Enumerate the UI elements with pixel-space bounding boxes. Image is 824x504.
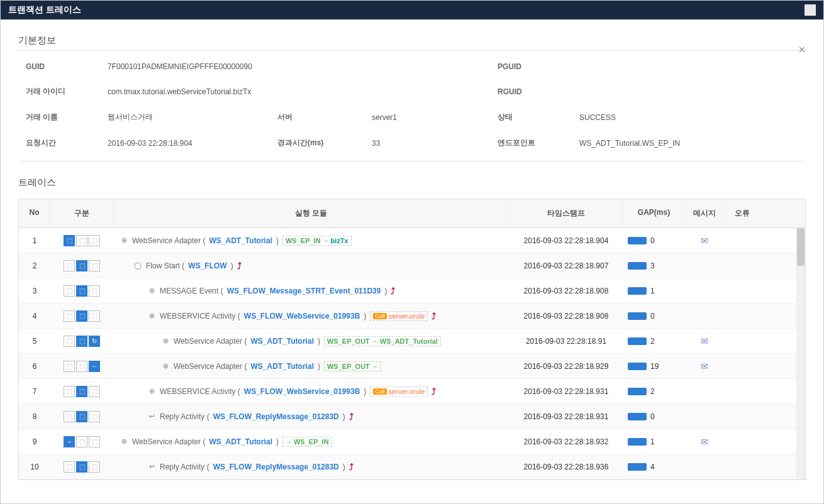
cell-type: →⬚⬚ (50, 430, 113, 454)
module-text: WebService Adapter ( (132, 437, 206, 446)
cell-type: ⬚⬚⬚ (50, 455, 113, 479)
gap-value: 1 (650, 437, 655, 446)
txid-value: com.tmax.tutorial.webServiceTutorial.biz… (108, 87, 498, 96)
cell-err (723, 234, 761, 247)
cell-gap: 2 (623, 331, 686, 352)
module-type-icon: ⊕ (161, 337, 170, 346)
module-link[interactable]: WS_FLOW (188, 261, 226, 270)
module-text: Flow Start ( (146, 261, 184, 270)
cell-timestamp: 2016-09-03 22:28:18.931 (509, 381, 623, 402)
type-icons: ⬚⬚↻ (55, 336, 108, 347)
module-link[interactable]: WS_ADT_Tutorial (209, 437, 272, 446)
table-row[interactable]: 10 ⬚⬚⬚ ↩ Reply Activity ( WS_FLOW_ReplyM… (19, 454, 805, 479)
table-row[interactable]: 7 ⬚⬚⬚ ⊕ WEBSERVICE Activity ( WS_FLOW_We… (19, 379, 805, 404)
cell-err (723, 285, 761, 297)
scrollbar-thumb[interactable] (797, 228, 805, 266)
module-type-icon: ⊕ (161, 362, 170, 371)
cell-msg (686, 310, 723, 322)
message-icon[interactable]: ✉ (701, 361, 708, 371)
endpoint-tag: WS_EP_OUT→ (324, 361, 381, 371)
type-icons: ⬚⬚⬚ (55, 411, 108, 422)
message-icon[interactable]: ✉ (701, 336, 708, 346)
cell-module: ⊗ MESSAGE Event ( WS_FLOW_Message_STRT_E… (113, 280, 509, 302)
cell-timestamp: 2016-09-03 22:28:18.904 (509, 230, 623, 251)
cell-timestamp: 2016-09-03 22:28:18.907 (509, 255, 623, 277)
cell-type: ⬚⬚⬚ (50, 254, 113, 278)
cell-timestamp: 2016-09-03 22:28:18.932 (509, 431, 623, 452)
module-type-icon: ⊕ (120, 437, 128, 446)
gap-bar (628, 388, 647, 395)
cell-err (723, 335, 761, 348)
type-icons: →⬚⬚ (55, 436, 108, 447)
module-text: Reply Activity ( (160, 463, 209, 471)
endpoint-tag: WS_EP_OUT→WS_ADT_Tutorial (324, 336, 441, 346)
table-body[interactable]: 1 ⬚⬚⬚ ⊕ WebService Adapter ( WS_ADT_Tuto… (19, 228, 805, 479)
gap-value: 0 (650, 236, 655, 245)
col-timestamp: 타임스탬프 (509, 199, 623, 227)
module-link[interactable]: WS_FLOW_ReplyMessage_01283D (213, 412, 339, 421)
module-text: WebService Adapter ( (132, 236, 206, 245)
gap-value: 0 (650, 312, 655, 320)
table-row[interactable]: 8 ⬚⬚⬚ ↩ Reply Activity ( WS_FLOW_ReplyMe… (19, 404, 805, 429)
cell-module: ↩ Reply Activity ( WS_FLOW_ReplyMessage_… (113, 456, 509, 478)
module-link[interactable]: WS_FLOW_WebService_01993B (244, 312, 360, 320)
call-badge-icon: Call (373, 388, 387, 395)
reqtime-value: 2016-09-03 22:28:18.904 (108, 139, 277, 148)
tag-source: WS_EP_IN (286, 237, 321, 244)
table-row[interactable]: 2 ⬚⬚⬚ ◯ Flow Start ( WS_FLOW ) ⤴ 2016-09… (19, 253, 805, 278)
type-indicator-icon: ⬚ (89, 386, 100, 397)
cell-msg (686, 285, 723, 297)
cell-module: ◯ Flow Start ( WS_FLOW ) ⤴ (113, 255, 509, 277)
module-link[interactable]: WS_ADT_Tutorial (209, 236, 272, 245)
module-content: ◯ Flow Start ( WS_FLOW ) ⤴ (133, 261, 504, 271)
window-control[interactable] (805, 4, 816, 16)
table-row[interactable]: 9 →⬚⬚ ⊕ WebService Adapter ( WS_ADT_Tuto… (19, 429, 805, 454)
type-indicator-icon: ⬚ (76, 235, 87, 246)
call-target: server.orule (389, 388, 425, 395)
server-label: 서버 (277, 112, 372, 123)
module-type-icon: ↩ (147, 463, 156, 471)
table-row[interactable]: 5 ⬚⬚↻ ⊕ WebService Adapter ( WS_ADT_Tuto… (19, 329, 805, 354)
message-icon[interactable]: ✉ (701, 236, 708, 246)
module-link[interactable]: WS_FLOW_WebService_01993B (244, 387, 360, 396)
cell-msg: ✉ (686, 330, 723, 353)
table-header: No 구분 실행 모듈 타임스탬프 GAP(ms) 메시지 오류 (19, 199, 805, 228)
module-link[interactable]: WS_ADT_Tutorial (251, 362, 314, 371)
module-text: MESSAGE Event ( (160, 287, 223, 295)
cell-msg (686, 461, 723, 473)
gap-value: 2 (650, 337, 655, 346)
module-content: ↩ Reply Activity ( WS_FLOW_ReplyMessage_… (147, 412, 504, 422)
table-row[interactable]: 3 ⬚⬚⬚ ⊗ MESSAGE Event ( WS_FLOW_Message_… (19, 278, 805, 304)
cell-msg (686, 260, 723, 272)
module-link[interactable]: WS_FLOW_Message_STRT_Event_011D39 (227, 287, 381, 295)
module-link[interactable]: WS_FLOW_ReplyMessage_01283D (213, 463, 339, 471)
gap-value: 3 (650, 261, 655, 270)
close-icon[interactable]: ✕ (798, 45, 806, 55)
type-indicator-icon: ⬚ (76, 461, 87, 473)
module-suffix: ) (343, 463, 345, 471)
type-indicator-icon: ⬚ (76, 411, 87, 422)
cell-gap: 3 (623, 255, 686, 277)
scrollbar-track[interactable] (796, 228, 805, 479)
table-row[interactable]: 1 ⬚⬚⬚ ⊕ WebService Adapter ( WS_ADT_Tuto… (19, 228, 805, 253)
message-icon[interactable]: ✉ (701, 437, 708, 447)
endpoint-value: WS_ADT_Tutorial.WS_EP_IN (579, 139, 705, 148)
gap-value: 4 (650, 463, 655, 471)
table-row[interactable]: 4 ⬚⬚⬚ ⊕ WEBSERVICE Activity ( WS_FLOW_We… (19, 304, 805, 329)
cell-timestamp: 2016-09-03 22:28:18.908 (509, 280, 623, 302)
arrow-icon: → (372, 363, 378, 370)
gap-value: 2 (650, 387, 655, 396)
cell-type: ⬚⬚⬚ (50, 380, 113, 403)
tag-target: bizTx (331, 237, 348, 244)
cell-no: 3 (19, 280, 50, 302)
module-link[interactable]: WS_ADT_Tutorial (251, 337, 314, 346)
gap-bar (628, 287, 647, 295)
type-indicator-icon: → (64, 436, 75, 447)
gap-bar (628, 363, 647, 370)
module-text: Reply Activity ( (160, 412, 209, 421)
type-icons: ⬚⬚⬚ (55, 386, 108, 397)
table-row[interactable]: 6 ⬚⬚← ⊕ WebService Adapter ( WS_ADT_Tuto… (19, 354, 805, 379)
gap-bar (628, 337, 647, 345)
call-target: server.orule (389, 312, 425, 320)
cell-no: 10 (19, 456, 50, 478)
